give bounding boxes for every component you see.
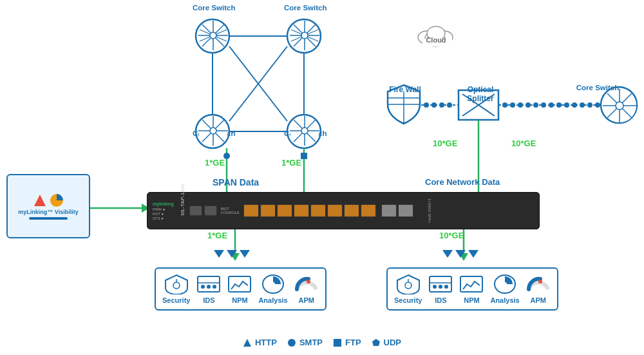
ids-icon-right [428, 274, 453, 294]
svg-marker-54 [227, 250, 237, 258]
svg-point-20 [436, 31, 453, 44]
tool-analysis-left: Analysis [258, 274, 287, 304]
svg-point-111 [439, 285, 442, 289]
svg-point-48 [595, 102, 600, 108]
output-10ge-label: 10*GE [439, 231, 464, 240]
analysis-icon-right [493, 274, 517, 294]
svg-point-43 [556, 102, 562, 108]
triangle-legend-icon [243, 338, 252, 347]
svg-point-115 [503, 282, 507, 286]
svg-point-66 [210, 32, 216, 39]
tool-ids-left: IDS [196, 274, 221, 304]
svg-point-46 [580, 102, 585, 108]
svg-line-9 [229, 46, 287, 121]
svg-point-80 [210, 128, 216, 134]
svg-marker-117 [243, 339, 251, 347]
svg-marker-58 [468, 250, 478, 258]
square-legend-icon [333, 338, 342, 347]
left-tool-group: Security IDS NPM [155, 267, 327, 311]
span-1ge-left: 1*GE [205, 158, 225, 168]
svg-rect-119 [334, 339, 341, 347]
tool-apm-left: APM [294, 274, 319, 304]
svg-point-92 [616, 102, 623, 110]
span-1ge-right: 1*GE [281, 158, 301, 168]
apm-icon-right [526, 274, 551, 294]
svg-marker-53 [214, 250, 224, 258]
tool-security-left: Security [162, 274, 190, 304]
svg-marker-55 [240, 250, 250, 258]
monitor-label: myLinking™ Visibility [18, 209, 78, 215]
svg-point-100 [207, 285, 211, 289]
svg-marker-56 [442, 250, 453, 258]
svg-marker-17 [459, 253, 468, 261]
core-10ge-right: 10*GE [511, 139, 536, 148]
svg-point-99 [201, 285, 205, 289]
svg-rect-13 [301, 153, 307, 159]
svg-point-18 [418, 31, 436, 44]
firewall-label: Fire Wall [384, 85, 426, 94]
span-data-label: SPAN Data [213, 177, 259, 187]
svg-point-112 [444, 285, 448, 289]
svg-point-41 [541, 102, 546, 108]
svg-point-21 [427, 26, 445, 41]
core-10ge-left: 10*GE [433, 139, 457, 148]
tool-apm-right: APM [526, 274, 551, 304]
svg-marker-15 [231, 253, 240, 261]
circle-legend-icon [287, 338, 296, 347]
svg-point-101 [213, 285, 216, 289]
svg-point-110 [433, 285, 437, 289]
svg-point-36 [502, 102, 507, 108]
tool-ids-right: IDS [428, 274, 453, 304]
legend-http: HTTP [243, 338, 277, 347]
svg-point-47 [587, 102, 592, 108]
ids-icon-left [196, 274, 221, 294]
svg-marker-93 [34, 195, 46, 206]
right-tool-group: Security IDS NPM [386, 267, 558, 311]
svg-text:Cloud: Cloud [426, 36, 446, 44]
svg-point-37 [510, 102, 515, 108]
svg-point-42 [549, 102, 554, 108]
network-diagram: Cloud [0, 0, 644, 355]
npm-icon-left [227, 274, 252, 294]
svg-point-40 [533, 102, 538, 108]
core-switch-right-label: Core Switch [572, 84, 623, 91]
security-icon-left [164, 274, 189, 294]
svg-point-74 [301, 32, 308, 39]
svg-point-44 [564, 102, 569, 108]
output-1ge-label: 1*GE [207, 231, 227, 240]
legend-udp: UDP [372, 338, 401, 347]
svg-point-28 [424, 102, 429, 108]
triangle-icon [33, 193, 47, 207]
monitor-screen [33, 193, 64, 207]
svg-rect-97 [198, 276, 220, 292]
tool-analysis-right: Analysis [490, 274, 519, 304]
core-switch-top-right: Core Switch [284, 1, 327, 13]
svg-point-30 [439, 102, 444, 108]
svg-point-45 [572, 102, 577, 108]
tool-security-right: Security [394, 274, 422, 304]
legend: HTTP SMTP FTP UDP [243, 338, 401, 347]
legend-ftp: FTP [333, 338, 361, 347]
svg-marker-120 [372, 339, 380, 346]
svg-point-104 [271, 282, 275, 286]
pentagon-legend-icon [372, 338, 381, 347]
svg-line-8 [229, 46, 287, 121]
apm-icon-left [294, 274, 319, 294]
svg-point-38 [518, 102, 523, 108]
device-rack: mylinking PWR ● RXT ● STS ● ML-TAP-1410 … [147, 192, 540, 229]
svg-point-29 [431, 102, 437, 108]
svg-point-31 [447, 102, 452, 108]
monitor-box: myLinking™ Visibility [6, 174, 90, 238]
core-network-data-label: Core Network Data [425, 177, 500, 187]
svg-marker-57 [455, 250, 466, 258]
svg-rect-108 [430, 276, 451, 292]
pie-chart-icon [50, 193, 64, 207]
security-icon-right [396, 274, 421, 294]
optical-splitter-label: Optical Splitter [455, 85, 506, 103]
tool-npm-left: NPM [227, 274, 252, 304]
npm-icon-right [459, 274, 484, 294]
svg-point-39 [526, 102, 531, 108]
legend-smtp: SMTP [287, 338, 323, 347]
svg-point-105 [307, 280, 310, 283]
svg-point-86 [301, 128, 308, 134]
